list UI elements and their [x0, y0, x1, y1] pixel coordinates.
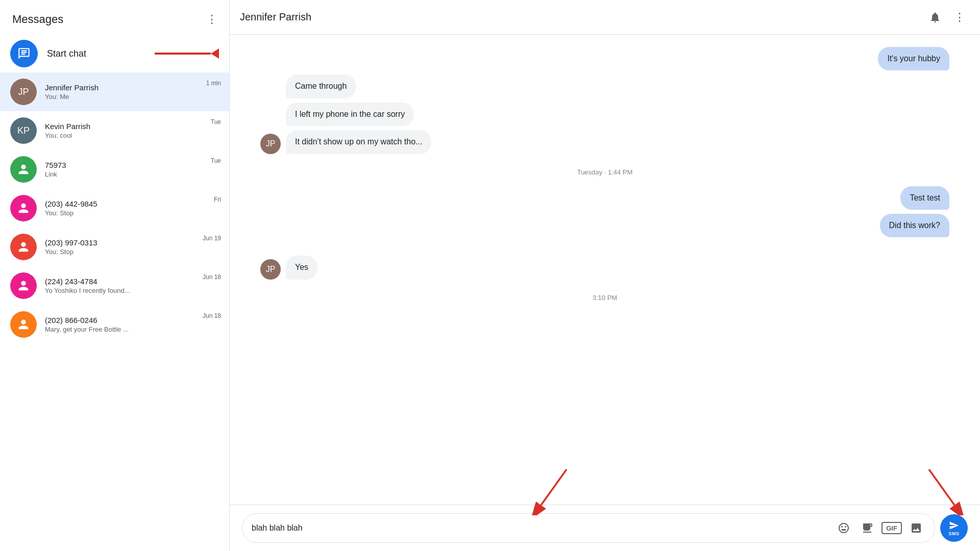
contact-item-202-866-0246[interactable]: (202) 866-0246 Mary, get your Free Bottl… — [0, 305, 229, 344]
sidebar-more-button[interactable]: ⋮ — [203, 10, 221, 29]
sidebar-header: Messages ⋮ — [0, 0, 229, 35]
svg-rect-1 — [21, 51, 27, 52]
message-input[interactable] — [252, 523, 829, 533]
contact-item-203-997-0313[interactable]: (203) 997-0313 You: Stop Jun 19 — [0, 228, 229, 266]
timestamp-divider: Tuesday · 1:44 PM — [260, 158, 949, 182]
send-button[interactable]: SMS — [940, 514, 968, 542]
start-chat-label: Start chat — [47, 48, 86, 59]
contact-info: (203) 997-0313 You: Stop — [45, 238, 194, 256]
message-bubble: I left my phone in the car sorry — [286, 103, 414, 126]
message-bubble: It's your hubby — [878, 47, 949, 70]
gif-button[interactable]: GIF — [881, 522, 902, 534]
notification-button[interactable] — [925, 7, 945, 28]
sticker-button[interactable] — [858, 519, 876, 537]
contact-item-203-442-9845[interactable]: (203) 442-9845 You: Stop Fri — [0, 189, 229, 228]
contact-time: Jun 18 — [203, 272, 221, 281]
chat-contact-name: Jennifer Parrish — [240, 11, 311, 23]
message-row: Did this work? — [260, 214, 949, 237]
contact-name: Kevin Parrish — [45, 122, 203, 131]
message-row: It's your hubby — [260, 47, 949, 70]
contact-avatar — [10, 234, 37, 260]
message-avatar: JP — [260, 134, 281, 154]
contact-time: Jun 18 — [203, 311, 221, 319]
svg-rect-0 — [21, 52, 27, 53]
contact-info: (202) 866-0246 Mary, get your Free Bottl… — [45, 316, 194, 333]
message-bubble: It didn't show up on my watch tho... — [286, 130, 431, 154]
contact-time: Fri — [214, 195, 221, 203]
contact-avatar: JP — [10, 79, 37, 105]
contact-time: 1 min — [206, 79, 221, 87]
spacer — [260, 241, 949, 252]
contact-time: Jun 19 — [203, 234, 221, 242]
contact-avatar: KP — [10, 117, 37, 144]
send-icon — [949, 520, 959, 531]
contact-info: Kevin Parrish You: cool — [45, 122, 203, 139]
contact-info: 75973 Link — [45, 161, 203, 178]
start-chat-row[interactable]: Start chat — [0, 35, 229, 72]
contact-name: (202) 866-0246 — [45, 316, 194, 324]
send-button-label: SMS — [948, 531, 959, 536]
contact-name: 75973 — [45, 161, 203, 169]
contact-name: (203) 442-9845 — [45, 199, 206, 208]
message-row: Came through — [260, 74, 949, 98]
image-button[interactable] — [907, 519, 925, 537]
sidebar: Messages ⋮ Start chat JP Jennifer Parris… — [0, 0, 230, 551]
chat-input-area: GIF SMS — [230, 505, 980, 551]
contact-info: (203) 442-9845 You: Stop — [45, 199, 206, 217]
start-chat-arrow — [155, 48, 219, 59]
contact-time: Tue — [211, 117, 221, 126]
chat-header-actions: ⋮ — [925, 7, 970, 28]
contact-preview: You: cool — [45, 132, 203, 139]
gif-label: GIF — [886, 524, 897, 532]
contact-info: Jennifer Parrish You: Me — [45, 83, 198, 101]
contact-avatar — [10, 272, 37, 299]
contact-preview: Mary, get your Free Bottle ... — [45, 325, 194, 333]
svg-rect-2 — [21, 54, 26, 55]
timestamp-divider: 3:10 PM — [260, 284, 949, 308]
message-bubble: Test test — [900, 186, 949, 210]
contact-preview: Yo Yoshiko I recently found... — [45, 287, 194, 294]
chat-more-button[interactable]: ⋮ — [949, 7, 970, 28]
contact-name: (203) 997-0313 — [45, 238, 194, 247]
contact-time: Tue — [211, 156, 221, 164]
contact-preview: You: Stop — [45, 209, 206, 217]
message-row: JPIt didn't show up on my watch tho... — [260, 130, 949, 154]
contact-name: Jennifer Parrish — [45, 83, 198, 92]
message-bubble: Yes — [286, 256, 317, 279]
message-avatar: JP — [260, 259, 281, 280]
contact-name: (224) 243-4784 — [45, 277, 194, 286]
contact-avatar — [10, 311, 37, 338]
contact-preview: You: Stop — [45, 248, 194, 256]
emoji-button[interactable] — [835, 519, 853, 537]
contact-avatar — [10, 156, 37, 183]
message-bubble: Came through — [286, 74, 356, 98]
message-bubble: Did this work? — [880, 214, 949, 237]
contact-item-224-243-4784[interactable]: (224) 243-4784 Yo Yoshiko I recently fou… — [0, 266, 229, 305]
message-row: Test test — [260, 186, 949, 210]
chat-icon — [17, 47, 31, 60]
chat-header: Jennifer Parrish ⋮ — [230, 0, 980, 35]
chat-main: Jennifer Parrish ⋮ It's your hubbyCame t… — [230, 0, 980, 551]
message-row: I left my phone in the car sorry — [260, 103, 949, 126]
start-chat-icon — [10, 40, 38, 67]
contact-item-75973[interactable]: 75973 Link Tue — [0, 150, 229, 189]
contact-list: JP Jennifer Parrish You: Me 1 min KP Kev… — [0, 72, 229, 551]
contact-info: (224) 243-4784 Yo Yoshiko I recently fou… — [45, 277, 194, 294]
bell-icon — [929, 11, 941, 23]
sidebar-title: Messages — [12, 13, 63, 26]
message-input-container: GIF — [242, 513, 935, 543]
contact-preview: Link — [45, 170, 203, 178]
chat-messages: It's your hubbyCame throughI left my pho… — [230, 35, 980, 505]
contact-preview: You: Me — [45, 93, 198, 101]
contact-avatar — [10, 195, 37, 221]
contact-item-jennifer-parrish[interactable]: JP Jennifer Parrish You: Me 1 min — [0, 72, 229, 111]
message-row: JPYes — [260, 256, 949, 279]
contact-item-kevin-parrish[interactable]: KP Kevin Parrish You: cool Tue — [0, 111, 229, 150]
